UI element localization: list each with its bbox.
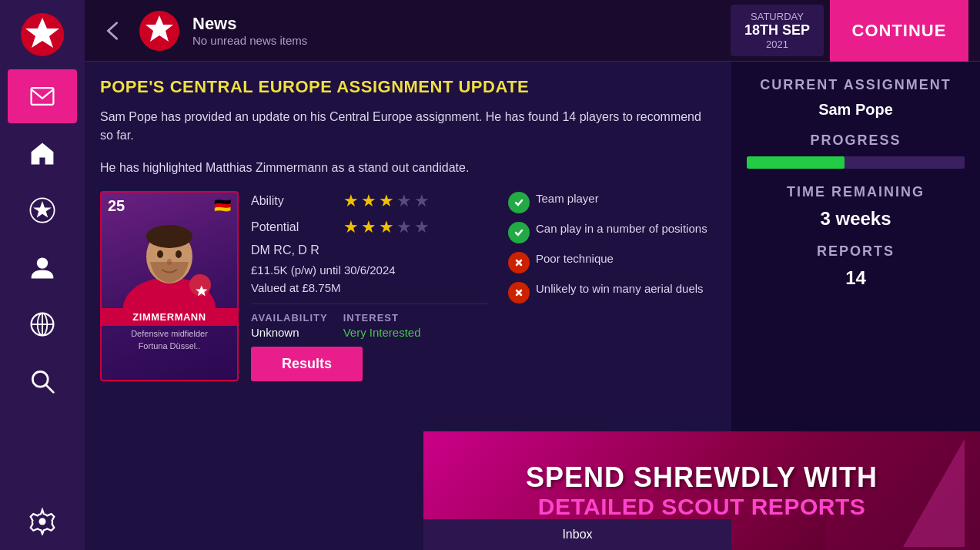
availability-value: Unknown — [251, 326, 328, 339]
scout-name: Sam Pope — [747, 101, 965, 119]
club-logo — [138, 9, 181, 52]
svg-point-21 — [176, 250, 182, 258]
results-button[interactable]: Results — [251, 347, 363, 381]
ability-label: Ability — [251, 194, 343, 208]
assignment-paragraph1: Sam Pope has provided an update on his C… — [100, 108, 716, 145]
svg-point-20 — [157, 250, 163, 258]
trait-4: Unlikely to win many aerial duels — [508, 281, 716, 304]
sidebar-item-search[interactable] — [8, 354, 77, 408]
player-club: Fortuna Düssel.. — [102, 341, 237, 354]
news-info: News No unread news items — [189, 14, 731, 47]
ability-stars: ★ ★ ★ ★ ★ — [343, 191, 430, 211]
interest-value: Very Interested — [343, 326, 421, 339]
potential-row: Potential ★ ★ ★ ★ ★ — [251, 217, 488, 237]
player-contract: £11.5K (p/w) until 30/6/2024 — [251, 263, 488, 277]
time-remaining-label: TIME REMAINING — [747, 184, 965, 200]
sidebar-item-global[interactable] — [8, 297, 77, 351]
trait-icon-negative-1 — [508, 252, 530, 273]
trait-1: Team player — [508, 191, 716, 213]
player-flag: 🇩🇪 — [214, 197, 231, 214]
sidebar-item-settings[interactable] — [8, 495, 77, 548]
promo-line2: DETAILED SCOUT REPORTS — [538, 494, 865, 520]
back-button[interactable] — [96, 14, 130, 48]
svg-rect-2 — [32, 88, 54, 105]
trait-text-2: Can play in a number of positions — [536, 221, 707, 236]
trait-icon-positive-2 — [508, 222, 530, 243]
topbar: News No unread news items SATURDAY 18TH … — [85, 0, 980, 62]
player-traits: Team player Can play in a number of posi… — [500, 191, 716, 381]
sidebar-club-logo[interactable] — [15, 8, 69, 62]
player-card[interactable]: 25 🇩🇪 — [100, 191, 239, 381]
ability-row: Ability ★ ★ ★ ★ ★ — [251, 191, 488, 211]
trait-text-3: Poor technique — [536, 251, 614, 267]
sidebar-item-manager[interactable] — [8, 240, 77, 294]
continue-button[interactable]: CONTINUE — [830, 0, 968, 62]
sidebar — [0, 0, 85, 550]
interest-field: INTEREST Very Interested — [343, 312, 421, 339]
date-day: SATURDAY — [744, 11, 810, 22]
player-bottom: AVAILABILITY Unknown INTEREST Very Inter… — [251, 304, 488, 339]
player-position: DM RC, D R — [251, 243, 488, 257]
progress-bar-fill — [747, 156, 845, 169]
potential-label: Potential — [251, 220, 343, 234]
availability-field: AVAILABILITY Unknown — [251, 312, 328, 339]
player-name: ZIMMERMANN — [102, 308, 237, 326]
sidebar-item-mail[interactable] — [8, 69, 77, 123]
trait-text-1: Team player — [536, 191, 599, 206]
sidebar-item-home[interactable] — [8, 126, 77, 180]
player-section: 25 🇩🇪 — [100, 191, 716, 381]
trait-3: Poor technique — [508, 251, 716, 273]
promo-line1: SPEND SHREWDLY WITH — [526, 461, 878, 494]
svg-marker-5 — [33, 201, 52, 218]
news-section-sub: No unread news items — [192, 34, 731, 47]
assignment-paragraph2: He has highlighted Matthias Zimmermann a… — [100, 159, 716, 177]
inbox-bar[interactable]: Inbox — [423, 519, 731, 550]
progress-label: PROGRESS — [747, 132, 965, 149]
reports-count: 14 — [747, 267, 965, 289]
current-assignment-label: CURRENT ASSIGNMENT — [747, 77, 965, 93]
player-stats: Ability ★ ★ ★ ★ ★ Potential ★ ★ ★ ★ ★ — [239, 191, 500, 381]
trait-icon-negative-2 — [508, 282, 530, 304]
potential-stars: ★ ★ ★ ★ ★ — [343, 217, 430, 237]
svg-point-13 — [39, 518, 46, 525]
trait-text-4: Unlikely to win many aerial duels — [536, 281, 704, 297]
progress-bar-bg — [747, 156, 965, 169]
date-badge: SATURDAY 18TH SEP 2021 — [731, 5, 824, 56]
player-number: 25 — [108, 197, 125, 215]
assignment-title: POPE'S CENTRAL EUROPE ASSIGNMENT UPDATE — [100, 77, 716, 97]
svg-line-12 — [46, 385, 54, 393]
svg-marker-3 — [32, 143, 54, 165]
promo-decoration — [826, 431, 980, 550]
interest-label: INTEREST — [343, 312, 421, 324]
inbox-label: Inbox — [562, 528, 592, 542]
player-role: Defensive midfielder — [102, 326, 237, 341]
sidebar-item-club[interactable] — [8, 183, 77, 237]
svg-point-19 — [146, 225, 192, 248]
date-full: 18TH SEP — [744, 22, 810, 39]
availability-label: AVAILABILITY — [251, 312, 328, 324]
trait-2: Can play in a number of positions — [508, 221, 716, 243]
trait-icon-positive-1 — [508, 192, 530, 213]
time-remaining-value: 3 weeks — [747, 208, 965, 230]
news-section-title: News — [192, 14, 731, 34]
svg-point-6 — [37, 257, 48, 268]
player-value: Valued at £8.75M — [251, 281, 488, 294]
date-year: 2021 — [744, 39, 810, 50]
reports-label: REPORTS — [747, 243, 965, 260]
